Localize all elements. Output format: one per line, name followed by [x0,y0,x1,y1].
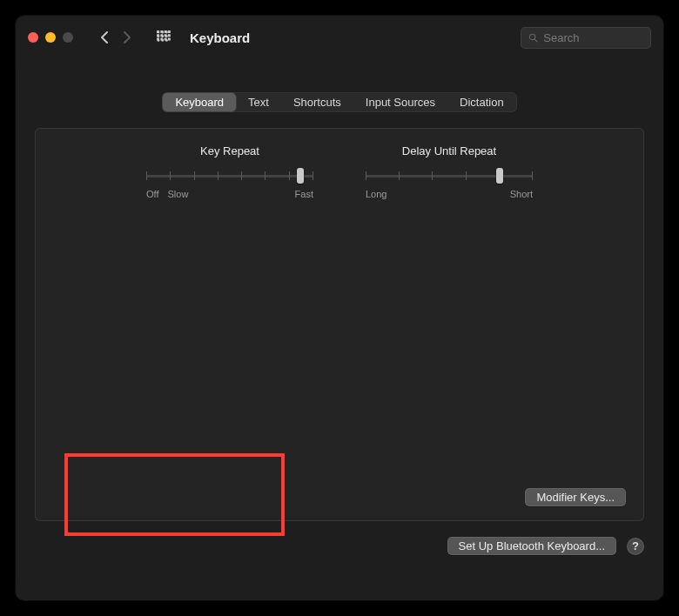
key-repeat-block: Key Repeat Off Slow Fast [146,144,313,199]
delay-repeat-slider[interactable] [366,166,533,187]
tab-input-sources[interactable]: Input Sources [353,93,447,111]
svg-rect-22 [168,38,171,41]
svg-rect-19 [157,38,159,41]
svg-rect-14 [168,30,171,33]
fullscreen-window-button [63,32,73,43]
show-all-icon[interactable] [155,29,172,46]
forward-button [117,27,138,48]
svg-rect-12 [160,30,163,33]
close-window-button[interactable] [28,32,38,43]
delay-repeat-knob[interactable] [496,168,503,184]
svg-rect-20 [160,38,163,41]
tab-text[interactable]: Text [236,93,281,111]
key-repeat-label: Key Repeat [146,144,313,157]
svg-line-24 [534,38,537,41]
tab-keyboard[interactable]: Keyboard [163,93,236,111]
nav-buttons [94,27,138,48]
back-button[interactable] [94,27,115,48]
delay-repeat-label: Delay Until Repeat [366,144,533,157]
tab-segmented-control: KeyboardTextShortcutsInput SourcesDictat… [162,92,516,112]
delay-repeat-block: Delay Until Repeat Long Short [366,144,533,199]
key-repeat-slow-label: Slow [167,189,188,199]
search-icon [528,32,538,44]
help-button[interactable]: ? [627,538,644,555]
key-repeat-knob[interactable] [297,168,304,184]
tab-shortcuts[interactable]: Shortcuts [281,93,353,111]
setup-bluetooth-keyboard-button[interactable]: Set Up Bluetooth Keyboard... [447,537,616,555]
svg-rect-17 [165,34,167,37]
search-field[interactable] [521,27,651,49]
tab-bar: KeyboardTextShortcutsInput SourcesDictat… [35,92,644,112]
tab-dictation[interactable]: Dictation [447,93,516,111]
delay-short-label: Short [510,189,533,199]
svg-rect-21 [165,38,167,41]
svg-rect-18 [168,34,171,37]
keyboard-pane: Key Repeat Off Slow Fast [35,128,644,521]
content-area: KeyboardTextShortcutsInput SourcesDictat… [16,59,663,574]
modifier-keys-button[interactable]: Modifier Keys... [525,488,626,506]
slider-row: Key Repeat Off Slow Fast [55,144,624,199]
footer: Set Up Bluetooth Keyboard... ? [35,537,644,555]
svg-rect-15 [157,34,159,37]
svg-rect-16 [160,34,163,37]
traffic-lights [28,32,73,43]
svg-rect-11 [157,30,159,33]
key-repeat-off-label: Off [146,189,158,199]
titlebar: Keyboard [16,16,663,59]
delay-long-label: Long [366,189,387,199]
minimize-window-button[interactable] [45,32,56,43]
window-title: Keyboard [190,30,250,45]
svg-rect-13 [165,30,167,33]
preferences-window: Keyboard KeyboardTextShortcutsInput Sour… [16,16,663,600]
key-repeat-slider[interactable] [146,166,313,187]
key-repeat-fast-label: Fast [295,189,313,199]
search-input[interactable] [543,31,643,44]
